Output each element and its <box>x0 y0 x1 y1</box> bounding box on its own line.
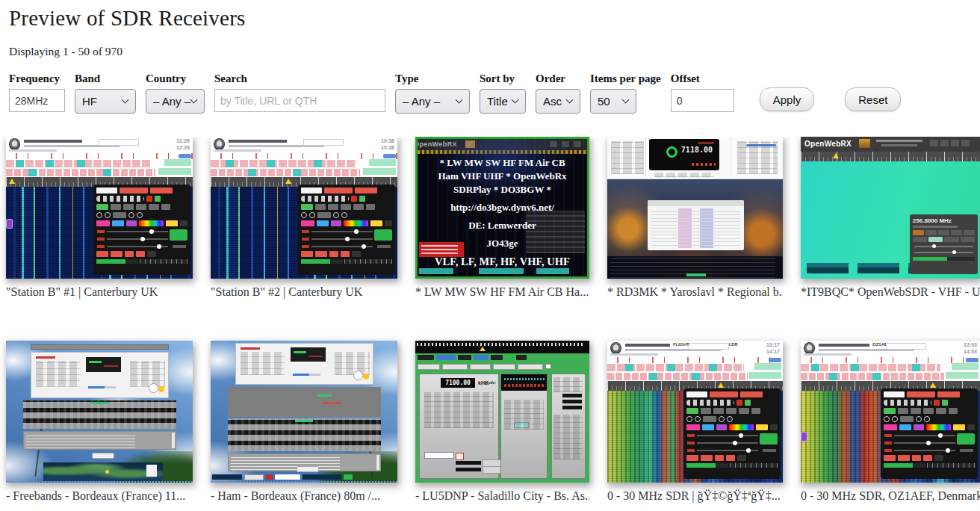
local-time: 12:26 <box>176 145 190 150</box>
band-chip <box>363 168 396 175</box>
volume-slider[interactable] <box>88 386 116 388</box>
wf-rate-slider[interactable] <box>697 447 758 453</box>
mode-label: Mode: <box>484 380 496 385</box>
receiver-caption[interactable]: 0 - 30 MHz SDR, OZ1AEF, Denmark <box>801 489 980 503</box>
button-cluster <box>424 392 494 428</box>
receiver-thumbnail[interactable]: OpenWebRX * LW MW SW HF FM Air CB Ham VH… <box>415 137 589 279</box>
chevron-down-icon <box>622 96 630 104</box>
button-cluster <box>553 377 583 392</box>
apply-button[interactable]: Apply <box>760 87 815 111</box>
receiver-thumbnail[interactable]: 12:26 12:26 <box>6 137 193 279</box>
auto-scale-button[interactable] <box>760 433 778 445</box>
footer-widgets <box>212 474 396 480</box>
frequency-scale[interactable] <box>801 152 980 161</box>
kiwi-control-panel[interactable] <box>298 185 395 275</box>
receiver-thumbnail[interactable]: OZ1AEF 13:03 14:03 <box>801 341 980 483</box>
band-chip <box>851 364 859 371</box>
callsign-input[interactable] <box>456 468 481 471</box>
items-per-page-select[interactable]: 50 <box>590 89 636 114</box>
order-select[interactable]: Asc <box>536 89 580 114</box>
receiver-caption[interactable]: - Freebands - Bordeaux (France) 11... <box>6 489 193 503</box>
dx-chip <box>769 358 781 362</box>
wf-rate-slider[interactable] <box>107 244 168 250</box>
header-text-bar <box>819 344 869 347</box>
search-input[interactable] <box>214 89 385 112</box>
receiver-thumbnail[interactable] <box>211 341 397 483</box>
country-label: Country <box>146 72 205 85</box>
receiver-thumbnail[interactable]: 10:38 10:38 <box>211 137 397 279</box>
frequency-input[interactable] <box>9 89 65 112</box>
wf-max-slider[interactable] <box>894 433 955 439</box>
panel-row <box>96 204 187 210</box>
receiver-thumbnail[interactable]: 7100.00 kHz. Mode: <box>415 341 589 483</box>
kiwi-control-panel[interactable] <box>881 388 978 479</box>
panel-row <box>301 204 392 210</box>
wf-min-slider[interactable] <box>894 440 955 446</box>
wf-min-slider[interactable] <box>697 440 758 446</box>
auto-scale-button[interactable] <box>374 229 392 241</box>
receiver-caption[interactable]: - LU5DNP - Saladillo City - Bs. As... <box>415 489 589 503</box>
grid-row-1: 12:26 12:26 <box>6 137 980 299</box>
tune-marker <box>9 179 15 184</box>
receiver-thumbnail[interactable]: 7118.00 <box>607 137 783 279</box>
auto-scale-button[interactable] <box>957 433 975 445</box>
panel-row <box>884 416 975 422</box>
receiver-caption[interactable]: * RD3MK * Yaroslavl * Regional b... <box>607 285 783 299</box>
offset-input[interactable] <box>671 89 734 112</box>
warning-box <box>419 242 464 257</box>
panel-slider[interactable] <box>914 244 973 249</box>
toggle-button[interactable] <box>158 386 164 392</box>
receiver-thumbnail[interactable] <box>6 341 193 483</box>
receiver-caption[interactable]: 0 - 30 MHz SDR | ğŸ‡©ğŸ‡ªğŸ‡... <box>607 489 783 503</box>
receiver-caption[interactable]: - Ham - Bordeaux (France) 80m /... <box>211 489 397 503</box>
band-chip <box>314 160 322 167</box>
kiwi-control-panel[interactable] <box>93 185 190 275</box>
header-text-bar <box>804 353 852 356</box>
wf-max-slider[interactable] <box>311 229 373 235</box>
panel-row <box>686 400 778 406</box>
band-chip <box>811 364 819 371</box>
tuning-panel[interactable]: 7100.00 kHz. Mode: <box>419 374 499 479</box>
band-select[interactable]: HF <box>75 89 136 114</box>
submit-button[interactable] <box>92 453 114 459</box>
band-panel[interactable] <box>500 374 548 479</box>
cascade-panel[interactable] <box>551 374 586 479</box>
wf-rate-slider[interactable] <box>311 244 373 250</box>
spectrum-band-strips[interactable] <box>228 418 381 451</box>
receiver-control-panel[interactable]: 256.8000 MHz <box>910 214 978 274</box>
utc-time: 13:03 <box>964 342 977 347</box>
wf-min-slider[interactable] <box>107 236 168 242</box>
receiver-caption[interactable]: "Station B" #2 | Canterbury UK <box>211 285 397 299</box>
spectrum-band-strips[interactable] <box>23 400 176 429</box>
band-chip <box>667 364 675 371</box>
submit-button[interactable] <box>297 466 319 472</box>
status-chip <box>419 268 453 274</box>
receiver-thumbnail[interactable]: OpenWebRX 256.8000 MHz <box>801 137 980 279</box>
receiver-caption[interactable]: "Station B" #1 | Canterbury UK <box>6 285 193 299</box>
local-time: 14:03 <box>964 349 977 354</box>
kiwisdr-logo-icon <box>9 138 20 150</box>
type-select[interactable]: – Any – <box>395 89 470 114</box>
country-select[interactable]: – Any – <box>146 89 205 114</box>
signal-bar <box>698 142 714 144</box>
sort-select[interactable]: Title <box>480 89 526 114</box>
auto-scale-button[interactable] <box>170 229 187 241</box>
reset-button[interactable]: Reset <box>845 87 901 111</box>
volume-slider[interactable] <box>293 374 320 376</box>
wf-min-slider[interactable] <box>311 236 373 242</box>
search-filter: Search <box>214 72 385 112</box>
wf-max-slider[interactable] <box>697 433 758 439</box>
receiver-caption[interactable]: *IT9BQC* OpenWebSDR - VHF - U... <box>801 285 980 299</box>
callsign-input[interactable] <box>456 461 481 465</box>
wf-rate-slider[interactable] <box>894 447 955 453</box>
status-chip <box>479 268 524 274</box>
receiver-thumbnail[interactable]: FLIGHT RADAR ESCHWEILER 13:17 14:17 <box>607 341 783 483</box>
panel-row <box>301 196 392 202</box>
kiwi-control-panel[interactable] <box>683 388 781 479</box>
receiver-caption[interactable]: * LW MW SW HF FM Air CB Ha... <box>415 285 589 299</box>
header-text-bar <box>876 140 922 142</box>
wf-max-slider[interactable] <box>107 229 168 235</box>
toggle-button[interactable] <box>363 374 369 380</box>
button-cluster <box>553 415 583 459</box>
panel-slider[interactable] <box>914 250 973 255</box>
